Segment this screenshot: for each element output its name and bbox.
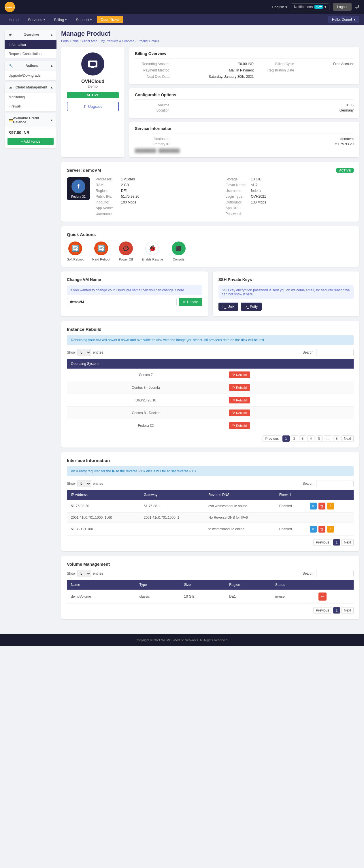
language-selector[interactable]: English ▾ — [272, 5, 287, 9]
vm-name-input[interactable] — [67, 298, 177, 306]
spec-flavor: Flavor Name: s1-2 — [226, 183, 354, 187]
fw-warn-button[interactable]: ! — [327, 526, 334, 532]
sidebar-cloud-header[interactable]: ☁ Cloud Management ▴ — [5, 83, 57, 93]
quick-actions-card: Quick Actions 🔄 Soft Reboot 🔄 Hard Reboo… — [61, 226, 359, 267]
soft-reboot-action[interactable]: 🔄 Soft Reboot — [67, 242, 84, 261]
sidebar-item-request-cancellation[interactable]: Request Cancellation — [5, 49, 57, 59]
sidebar-section-actions: 🔧 Actions ▴ Upgrade/Downgrade — [5, 61, 57, 80]
sidebar-item-information[interactable]: Information — [5, 40, 57, 49]
interface-next-button[interactable]: Next — [341, 539, 354, 546]
rebuild-page-8[interactable]: 8 — [333, 435, 340, 442]
interface-search-input[interactable] — [316, 480, 354, 487]
fw-warn-button[interactable]: ! — [327, 503, 334, 509]
rebuild-page-1[interactable]: 1 — [282, 435, 290, 442]
sidebar-item-firewall[interactable]: Firewall — [5, 102, 57, 111]
fw-delete-button[interactable]: 🗑 — [318, 526, 325, 532]
chevron-up-icon: ▴ — [51, 64, 53, 68]
rebuild-page-3[interactable]: 3 — [299, 435, 306, 442]
rebuild-next-button[interactable]: Next — [341, 435, 354, 442]
sidebar-actions-header[interactable]: 🔧 Actions ▴ — [5, 61, 57, 71]
breadcrumb-current: Product Details — [138, 39, 159, 43]
fw-edit-button[interactable]: ✏ — [310, 526, 317, 532]
spec-inbound: Inbound: 100 Mbps — [96, 200, 224, 204]
rebuild-button[interactable]: ↻ Rebuild — [229, 409, 250, 416]
volume-page-1[interactable]: 1 — [333, 607, 340, 614]
enable-rescue-action[interactable]: 🐞 Enable Rescue — [142, 242, 163, 261]
rebuild-show-select[interactable]: 5 10 25 — [77, 349, 91, 356]
sidebar-item-upgrade-downgrade[interactable]: Upgrade/Downgrade — [5, 71, 57, 80]
upgrade-button[interactable]: ⬆ Upgrade — [67, 102, 119, 111]
breadcrumb-client-area[interactable]: Client Area — [82, 39, 97, 43]
nav-billing[interactable]: Billing▾ — [50, 15, 71, 24]
vol-region-cell: DE1 — [225, 590, 271, 604]
interface-show-select[interactable]: 51025 — [77, 480, 91, 487]
rebuild-action-cell: ↻ Rebuild — [225, 407, 354, 419]
rebuild-page-ellipsis[interactable]: ... — [324, 435, 332, 442]
hard-reboot-icon: 🔄 — [94, 242, 108, 255]
upload-icon: ⬆ — [83, 104, 87, 108]
hard-reboot-action[interactable]: 🔄 Hard Reboot — [92, 242, 110, 261]
svg-text:WHMCS: WHMCS — [5, 6, 15, 9]
nav-home[interactable]: Home — [5, 15, 23, 24]
volume-show-select[interactable]: 51025 — [77, 570, 91, 577]
sidebar-credit-header[interactable]: 💳 Available Credit Balance ▴ — [5, 113, 57, 127]
interface-page-1[interactable]: 1 — [333, 539, 340, 546]
rebuild-page-4[interactable]: 4 — [307, 435, 314, 442]
rebuild-page-5[interactable]: 5 — [315, 435, 323, 442]
rebuild-page-2[interactable]: 2 — [291, 435, 298, 442]
product-icon — [81, 53, 104, 75]
table-row: Centos 8 - Docker ↻ Rebuild — [67, 407, 354, 419]
unix-key-button[interactable]: >_ Unix — [218, 303, 239, 311]
vm-hint: If you wanted to change your Cloud VM na… — [67, 285, 202, 295]
rebuild-button[interactable]: ↻ Rebuild — [229, 371, 250, 378]
breadcrumb-portal-home[interactable]: Portal Home — [61, 39, 79, 43]
rebuild-os-cell: Centos 8 - Docker — [67, 407, 225, 419]
rebuild-prev-button[interactable]: Previous — [263, 435, 281, 442]
interface-actions-cell: ✏ 🗑 ! — [306, 500, 354, 513]
open-ticket-button[interactable]: Open Ticket — [97, 16, 123, 23]
chevron-up-icon: ▴ — [51, 118, 53, 122]
nav-services[interactable]: Services▾ — [24, 15, 49, 24]
chevron-up-icon: ▴ — [51, 33, 53, 37]
rebuild-button[interactable]: ↻ Rebuild — [229, 384, 250, 391]
main-content: Manage Product Portal Home / Client Area… — [61, 30, 359, 624]
rebuild-button[interactable]: ↻ Rebuild — [229, 422, 250, 429]
add-funds-button[interactable]: + Add Funds — [7, 138, 54, 145]
console-action[interactable]: ⬛ Console — [172, 242, 186, 261]
volume-prev-button[interactable]: Previous — [313, 607, 332, 614]
notifications-button[interactable]: Notifications NEW ▾ — [291, 3, 329, 10]
vol-size-cell: 10 GiB — [180, 590, 225, 604]
rebuild-search-input[interactable] — [316, 349, 354, 356]
volume-next-button[interactable]: Next — [341, 607, 354, 614]
logout-button[interactable]: Logout — [333, 3, 352, 11]
service-hostname-row: Hostname demovm — [135, 137, 354, 141]
sidebar-item-monitoring[interactable]: Monitoring — [5, 93, 57, 102]
sidebar-overview-header[interactable]: ★ Overview ▴ — [5, 30, 57, 40]
console-icon: ⬛ — [172, 242, 186, 255]
spec-username2: Username: — [96, 212, 224, 216]
nav-support[interactable]: Support▾ — [72, 15, 96, 24]
fw-delete-button[interactable]: 🗑 — [318, 503, 325, 509]
volume-search-input[interactable] — [316, 570, 354, 577]
fw-edit-button[interactable]: ✏ — [310, 503, 317, 509]
power-off-action[interactable]: ⏻ Power Off — [119, 242, 133, 261]
col-os-header: Operating System — [67, 359, 225, 369]
interface-prev-button[interactable]: Previous — [313, 539, 332, 546]
footer: Copyright © 2021 WHMCSModule Networks. A… — [0, 634, 364, 646]
hello-user-button[interactable]: Hello, Demo! ▾ — [328, 16, 359, 23]
volume-search-box: Search: — [303, 570, 354, 577]
rebuild-button[interactable]: ↻ Rebuild — [229, 397, 250, 403]
putty-key-button[interactable]: >_ Putty — [241, 303, 262, 311]
vol-edit-button[interactable]: ✏ — [318, 592, 327, 600]
billing-payment-row: Payment Method Mail In Payment — [135, 68, 253, 72]
col-actions-header — [306, 490, 354, 500]
breadcrumb-my-products[interactable]: My Products & Services — [100, 39, 134, 43]
rebuild-table: Operating System Centos 7 ↻ Rebuild Cent… — [67, 359, 354, 432]
update-vm-name-button[interactable]: ✏ Update — [179, 298, 202, 306]
rebuild-os-cell: Centos 8 - Joomla — [67, 381, 225, 394]
top-bar: WHMCS English ▾ Notifications NEW ▾ Logo… — [0, 0, 364, 14]
table-row: 2001:41d0:701:1000::1c60 2001:41d0:701:1… — [67, 513, 354, 523]
interface-table: IP Address Gateway Reverse DNS Firewall … — [67, 490, 354, 536]
firewall-cell: Enabled — [275, 500, 306, 513]
translate-icon[interactable]: ⇄ — [355, 4, 359, 10]
